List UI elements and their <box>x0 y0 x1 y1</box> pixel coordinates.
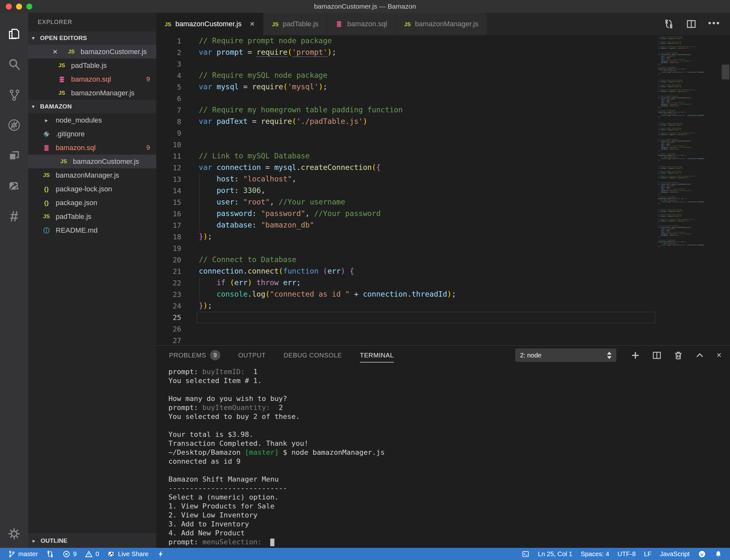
code-line[interactable]: 13 host: "localhost", <box>156 173 658 185</box>
sync-status[interactable] <box>46 550 54 558</box>
code-line[interactable]: 8var padText = require('./padTable.js') <box>156 116 658 127</box>
editor-scrollbar[interactable] <box>721 35 730 345</box>
minimap[interactable]: // Require prompt node packagevar prompt… <box>658 35 721 345</box>
code-line[interactable]: 21connection.connect(function (err) { <box>156 266 658 277</box>
tab-bamazoncustomer-js[interactable]: JSbamazonCustomer.js✕ <box>156 13 263 35</box>
extensions-icon[interactable] <box>0 140 28 171</box>
section-header-bamazon[interactable]: ▾BAMAZON <box>28 100 156 113</box>
toggle-changes-icon[interactable] <box>663 19 674 29</box>
code-line[interactable]: 4// Require mySQL node package <box>156 70 658 81</box>
code-line[interactable]: 17 database: "bamazon_db" <box>156 220 658 231</box>
file-item-bamazonmanager-js[interactable]: JSbamazonManager.js <box>28 168 156 182</box>
language-mode[interactable]: JavaScript <box>660 550 690 558</box>
code-line[interactable]: 27 <box>156 335 658 345</box>
file-item-bamazoncustomer-js[interactable]: JSbamazonCustomer.js <box>28 155 156 168</box>
code-line[interactable]: 15 user: "root", //Your username <box>156 196 658 208</box>
code-line[interactable]: 3 <box>156 58 658 70</box>
panel-tab-debug-console[interactable]: DEBUG CONSOLE <box>284 346 342 365</box>
section-header-outline[interactable]: ▸ OUTLINE <box>28 533 156 548</box>
open-editor-item-bamazonmanager-js[interactable]: JSbamazonManager.js <box>28 86 156 100</box>
file-item-gitignore[interactable]: .gitignore <box>28 127 156 141</box>
file-item-package-json[interactable]: {}package.json <box>28 196 156 210</box>
code-editor[interactable]: 1// Require prompt node package2var prom… <box>156 35 730 345</box>
focus-terminal[interactable] <box>522 550 530 558</box>
code-line[interactable]: 9 <box>156 127 658 139</box>
file-item-node-modules[interactable]: ▸node_modules <box>28 113 156 127</box>
minimize-window-button[interactable] <box>16 4 22 10</box>
notifications[interactable] <box>714 550 722 558</box>
more-actions-icon[interactable]: ••• <box>708 21 720 27</box>
code-line[interactable]: 22 if (err) throw err; <box>156 277 658 289</box>
code-line[interactable]: 24}); <box>156 300 658 312</box>
close-tab-icon[interactable]: ✕ <box>249 21 255 27</box>
explorer-icon[interactable] <box>0 19 28 49</box>
scrollbar-thumb[interactable] <box>722 65 729 79</box>
terminal-picker[interactable]: 2: node <box>515 348 616 362</box>
tab-padtable-js[interactable]: JSpadTable.js <box>263 13 326 35</box>
live-share-status[interactable]: Live Share <box>107 550 148 558</box>
flash-status[interactable] <box>157 550 165 558</box>
error-count[interactable]: 9 <box>62 550 76 558</box>
code-line[interactable]: 5var mysql = require('mysql'); <box>156 81 658 93</box>
cursor-position[interactable]: Ln 25, Col 1 <box>538 550 573 558</box>
file-item-padtable-js[interactable]: JSpadTable.js <box>28 210 156 223</box>
panel-tab-output[interactable]: OUTPUT <box>238 346 266 365</box>
file-label: bamazonCustomer.js <box>81 48 147 56</box>
open-editor-item-bamazoncustomer-js[interactable]: ✕JSbamazonCustomer.js <box>28 45 156 59</box>
code-line[interactable]: 26 <box>156 323 658 335</box>
file-item-package-lock-json[interactable]: {}package-lock.json <box>28 182 156 196</box>
close-window-button[interactable] <box>6 4 12 10</box>
close-editor-icon[interactable]: ✕ <box>52 48 65 56</box>
search-icon[interactable] <box>0 49 28 79</box>
status-label: 9 <box>73 550 76 558</box>
channel-icon[interactable]: # <box>0 201 28 231</box>
source-control-icon[interactable] <box>0 79 28 110</box>
code-line[interactable]: 11// Link to mySQL Database <box>156 150 658 162</box>
code-line[interactable]: 18}); <box>156 231 658 243</box>
new-terminal-icon[interactable] <box>630 350 640 360</box>
zoom-window-button[interactable] <box>26 4 32 10</box>
open-editor-item-bamazon-sql[interactable]: bamazon.sql9 <box>28 72 156 86</box>
code-text <box>181 335 658 345</box>
code-area[interactable]: 1// Require prompt node package2var prom… <box>156 35 658 345</box>
feedback[interactable] <box>698 550 706 558</box>
debug-icon[interactable] <box>0 110 28 140</box>
indentation[interactable]: Spaces: 4 <box>581 550 609 558</box>
code-line[interactable]: 14 port: 3306, <box>156 185 658 196</box>
code-text: password: "password", //Your password <box>181 208 658 220</box>
file-item-readme-md[interactable]: README.md <box>28 223 156 237</box>
close-panel-icon[interactable]: ✕ <box>716 352 722 359</box>
smiley-icon <box>698 550 706 558</box>
code-line[interactable]: 19 <box>156 243 658 254</box>
split-terminal-icon[interactable] <box>652 350 662 360</box>
settings-icon[interactable] <box>7 527 21 541</box>
split-editor-icon[interactable] <box>686 19 697 29</box>
code-line[interactable]: 20// Connect to Database <box>156 254 658 266</box>
maximize-panel-icon[interactable] <box>695 350 705 360</box>
tab-bamazonmanager-js[interactable]: JSbamazonManager.js <box>396 13 487 35</box>
code-line[interactable]: 25 <box>156 312 658 323</box>
code-line[interactable]: 1// Require prompt node package <box>156 35 658 47</box>
code-line[interactable]: 16 password: "password", //Your password <box>156 208 658 220</box>
code-line[interactable]: 2var prompt = require('prompt'); <box>156 47 658 58</box>
panel-tab-problems[interactable]: PROBLEMS9 <box>169 346 220 365</box>
code-line[interactable]: 12var connection = mysql.createConnectio… <box>156 162 658 173</box>
code-line[interactable]: 23 console.log("connected as id " + conn… <box>156 289 658 300</box>
line-number: 20 <box>156 256 181 264</box>
panel-tab-terminal[interactable]: TERMINAL <box>360 346 394 365</box>
terminal-output[interactable]: prompt: buyItemID: 1You selected Item # … <box>156 365 730 548</box>
live-share-icon[interactable] <box>0 171 28 201</box>
code-line[interactable]: 7// Require my homegrown table padding f… <box>156 104 658 116</box>
indent-guide <box>199 208 200 220</box>
file-item-bamazon-sql[interactable]: bamazon.sql9 <box>28 141 156 155</box>
git-branch-status[interactable]: master <box>8 550 38 558</box>
section-header-open-editors[interactable]: ▾OPEN EDITORS <box>28 31 156 45</box>
kill-terminal-icon[interactable] <box>673 350 683 360</box>
open-editor-item-padtable-js[interactable]: JSpadTable.js <box>28 59 156 72</box>
eol[interactable]: LF <box>644 550 651 558</box>
code-line[interactable]: 10 <box>156 139 658 150</box>
tab-bamazon-sql[interactable]: bamazon.sql <box>327 13 396 35</box>
encoding[interactable]: UTF-8 <box>618 550 636 558</box>
code-line[interactable]: 6 <box>156 93 658 104</box>
warning-count[interactable]: 0 <box>85 550 99 558</box>
